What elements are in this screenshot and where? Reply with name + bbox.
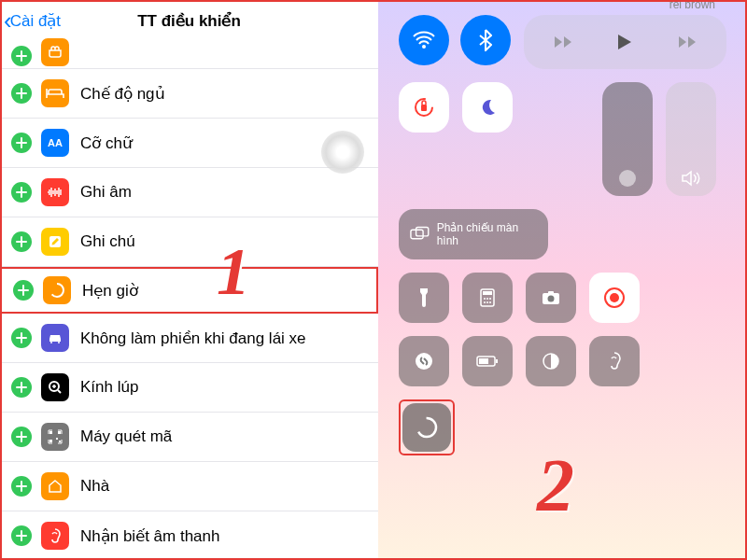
- image-border: [0, 0, 747, 560]
